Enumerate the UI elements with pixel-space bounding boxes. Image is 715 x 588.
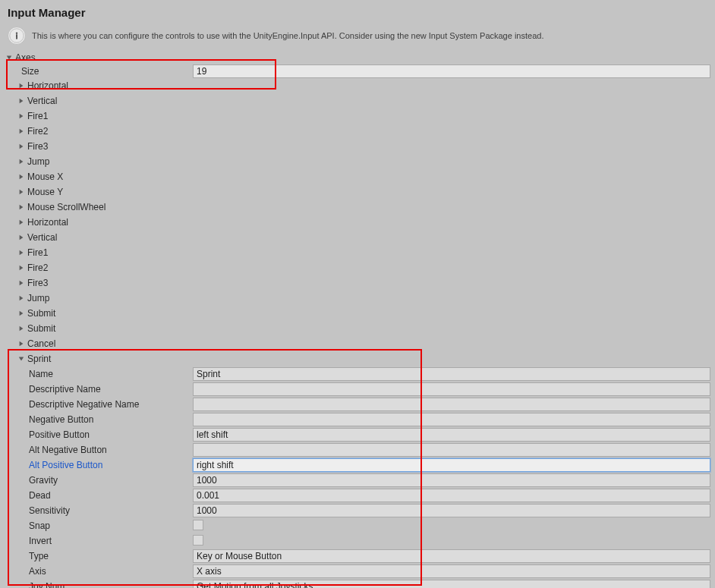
svg-marker-1 [7, 56, 11, 60]
chevron-right-icon [17, 172, 26, 181]
axis-foldout[interactable]: Jump [5, 291, 715, 306]
svg-marker-19 [20, 341, 24, 346]
axis-foldout[interactable]: Vertical [5, 93, 715, 108]
axis-item-label: Submit [27, 323, 55, 334]
size-row: Size [5, 64, 715, 78]
type-label: Type [5, 551, 193, 561]
axis-dropdown[interactable] [193, 564, 710, 578]
chevron-right-icon [17, 112, 26, 121]
svg-marker-6 [20, 144, 24, 149]
chevron-right-icon [17, 127, 26, 136]
svg-marker-5 [20, 129, 24, 134]
gravity-label: Gravity [5, 475, 193, 486]
svg-marker-4 [20, 114, 24, 118]
sensitivity-input[interactable] [193, 504, 710, 517]
axis-foldout[interactable]: Jump [5, 154, 715, 169]
svg-marker-18 [20, 326, 24, 331]
axis-item-label: Cancel [27, 338, 55, 349]
axis-item-label: Submit [27, 308, 55, 319]
name-input[interactable] [193, 367, 710, 381]
svg-marker-2 [20, 83, 24, 88]
name-label: Name [5, 369, 193, 379]
axis-foldout[interactable]: Submit [5, 306, 715, 321]
axis-item-label: Mouse ScrollWheel [27, 202, 106, 212]
size-label: Size [5, 66, 193, 77]
axis-foldout[interactable]: Fire3 [5, 139, 715, 154]
sprint-foldout[interactable]: Sprint [5, 351, 715, 366]
dead-input[interactable] [193, 489, 710, 502]
axis-item-label: Fire2 [27, 126, 48, 137]
altposbtn-label: Alt Positive Button [5, 460, 193, 470]
axis-foldout[interactable]: Fire3 [5, 275, 715, 291]
chevron-right-icon [17, 324, 26, 333]
chevron-right-icon [17, 233, 26, 242]
svg-marker-20 [19, 357, 24, 361]
axis-item-label: Jump [27, 156, 49, 167]
invert-label: Invert [5, 536, 193, 546]
svg-marker-7 [20, 159, 24, 164]
axis-item-label: Vertical [27, 96, 57, 106]
axis-foldout[interactable]: Mouse ScrollWheel [5, 200, 715, 215]
axis-item-label: Fire1 [27, 111, 48, 121]
altposbtn-input[interactable] [193, 458, 710, 472]
axis-item-label: Mouse Y [27, 187, 63, 197]
negbtn-input[interactable] [193, 413, 710, 426]
svg-marker-15 [20, 281, 24, 285]
axis-foldout[interactable]: Fire2 [5, 260, 715, 275]
sensitivity-label: Sensitivity [5, 505, 193, 516]
dead-label: Dead [5, 490, 193, 501]
gravity-input[interactable] [193, 473, 710, 487]
info-text: This is where you can configure the cont… [32, 31, 543, 40]
chevron-right-icon [17, 294, 26, 303]
chevron-right-icon [17, 81, 26, 90]
axis-item-label: Mouse X [27, 171, 63, 182]
axis-item-label: Fire3 [27, 278, 48, 288]
axis-foldout[interactable]: Cancel [5, 336, 715, 351]
size-input[interactable] [193, 64, 710, 78]
info-icon [8, 27, 26, 45]
panel-title: Input Manager [0, 0, 715, 24]
svg-marker-3 [20, 99, 24, 103]
svg-marker-17 [20, 311, 24, 316]
descnegname-label: Descriptive Negative Name [5, 399, 193, 410]
axes-foldout[interactable]: Axes [5, 51, 715, 64]
chevron-right-icon [17, 142, 26, 151]
axis-foldout[interactable]: Horizontal [5, 215, 715, 230]
axis-foldout[interactable]: Fire1 [5, 245, 715, 260]
axis-item-label: Fire1 [27, 247, 48, 258]
chevron-right-icon [17, 218, 26, 227]
chevron-right-icon [17, 278, 26, 288]
chevron-right-icon [17, 187, 26, 197]
axis-foldout[interactable]: Mouse X [5, 169, 715, 184]
chevron-down-icon [5, 53, 14, 62]
svg-marker-9 [20, 190, 24, 194]
axis-foldout[interactable]: Vertical [5, 230, 715, 245]
axis-item-label: Jump [27, 293, 49, 303]
axis-item-label: Horizontal [27, 217, 68, 228]
posbtn-input[interactable] [193, 428, 710, 442]
axis-foldout[interactable]: Submit [5, 321, 715, 336]
snap-checkbox[interactable] [193, 520, 203, 530]
type-dropdown[interactable] [193, 549, 710, 563]
svg-marker-10 [20, 205, 24, 209]
altnegbtn-input[interactable] [193, 443, 710, 457]
joynum-dropdown[interactable] [193, 580, 710, 588]
axis-foldout[interactable]: Horizontal [5, 78, 715, 93]
svg-marker-13 [20, 250, 24, 255]
axis-item-label: Vertical [27, 232, 57, 243]
altnegbtn-label: Alt Negative Button [5, 445, 193, 455]
axis-foldout[interactable]: Mouse Y [5, 184, 715, 200]
chevron-right-icon [17, 203, 26, 212]
axis-item-label: Horizontal [27, 80, 68, 91]
descname-label: Descriptive Name [5, 384, 193, 395]
axis-item-label: Fire2 [27, 263, 48, 273]
chevron-right-icon [17, 339, 26, 348]
descname-input[interactable] [193, 382, 710, 396]
invert-checkbox[interactable] [193, 535, 203, 546]
svg-marker-11 [20, 220, 24, 225]
axis-foldout[interactable]: Fire1 [5, 108, 715, 124]
descnegname-input[interactable] [193, 398, 710, 411]
sprint-header-label: Sprint [27, 354, 51, 364]
axis-foldout[interactable]: Fire2 [5, 124, 715, 139]
chevron-right-icon [17, 309, 26, 318]
